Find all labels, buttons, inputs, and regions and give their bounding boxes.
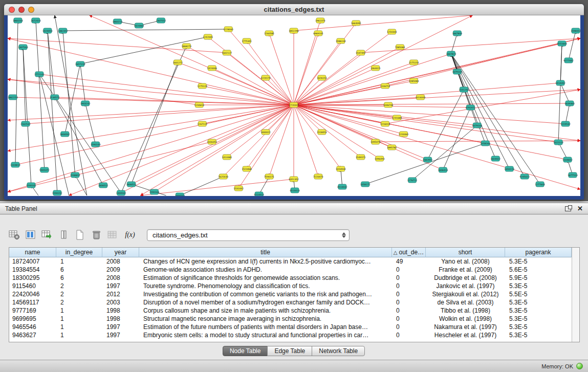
graph-node[interactable]: 1095479 — [371, 139, 381, 144]
float-panel-icon[interactable] — [565, 206, 571, 211]
graph-node[interactable]: 1538814 — [70, 172, 80, 178]
graph-node[interactable]: 1485083 — [409, 78, 419, 83]
zoom-window-icon[interactable] — [28, 7, 34, 13]
graph-node[interactable]: 2606522 — [126, 182, 137, 187]
graph-node[interactable]: 2672423 — [31, 18, 41, 23]
graph-node[interactable]: 1307544 — [18, 45, 28, 50]
table-row[interactable]: 977716911998Corpus callosum shape and si… — [9, 307, 572, 315]
graph-node[interactable]: 1650223 — [505, 166, 515, 171]
graph-node[interactable]: 6969105 — [313, 31, 323, 36]
graph-node[interactable]: 1677513 — [568, 172, 578, 178]
graph-node[interactable]: 2606502 — [60, 132, 70, 137]
tab-node-table[interactable]: Node Table — [223, 346, 268, 356]
graph-node[interactable]: 1228065 — [223, 27, 233, 32]
table-row[interactable]: 969969511998Structural magnetic resonanc… — [9, 315, 572, 323]
graph-node[interactable]: 4514423 — [290, 188, 300, 193]
graph-node[interactable]: 1103814 — [10, 162, 20, 167]
graph-node[interactable]: 1104652 — [562, 157, 573, 162]
graph-node[interactable]: 5905372 — [39, 167, 50, 172]
graph-node[interactable]: 1598052 — [571, 28, 580, 33]
graph-node[interactable]: 1523468 — [242, 166, 252, 171]
graph-node[interactable]: 1679102 — [452, 69, 463, 74]
graph-node[interactable]: 1639363 — [564, 101, 575, 106]
graph-node[interactable]: 1382352 — [58, 28, 68, 33]
graph-node[interactable]: 1444542 — [116, 190, 126, 195]
graph-node[interactable]: 9351352 — [289, 177, 299, 182]
graph-node[interactable]: 1267115 — [198, 121, 208, 126]
graph-node[interactable]: 1541243 — [459, 87, 469, 92]
graph-node[interactable]: 1036352 — [207, 139, 217, 144]
graph-node[interactable]: 1276712 — [407, 178, 418, 183]
column-header-title[interactable]: title — [139, 248, 392, 257]
graph-node[interactable]: 1590143 — [91, 142, 101, 147]
graph-node[interactable]: 1016043 — [416, 95, 426, 100]
graph-node[interactable]: 1667833 — [452, 31, 463, 36]
tab-edge-table[interactable]: Edge Table — [267, 346, 312, 356]
graph-node[interactable]: 1420046 — [207, 65, 217, 71]
graph-node[interactable]: 1154465 — [399, 132, 409, 137]
graph-node[interactable]: 7625433 — [219, 174, 229, 179]
table-row[interactable]: 1456911722003Disruption of a novel membe… — [9, 298, 572, 307]
table-row[interactable]: 911546021997Tourette syndrome. Phenomeno… — [9, 282, 572, 290]
graph-node[interactable]: 1551603 — [557, 41, 567, 46]
graph-node[interactable]: 1775341 — [242, 38, 252, 43]
graph-node[interactable]: 1549571 — [356, 155, 366, 160]
column-header-out_degree[interactable]: △out_de… — [392, 248, 426, 257]
graph-node[interactable]: 1604422 — [491, 156, 501, 161]
graph-node[interactable]: 1231684 — [392, 115, 402, 120]
graph-node[interactable]: 3220174 — [260, 75, 271, 80]
network-canvas[interactable]: 1724007104674612160141095479154957110549… — [8, 15, 580, 196]
graph-node[interactable]: 1058172 — [360, 182, 371, 187]
table-row[interactable]: 1830029562008Estimation of significance … — [9, 274, 572, 282]
graph-node[interactable]: 1242005 — [203, 34, 213, 39]
table-row[interactable]: 2242004622012Investigating the contribut… — [9, 290, 572, 298]
graph-node[interactable]: 1424463 — [134, 23, 144, 28]
graph-node[interactable]: 1868273 — [182, 43, 192, 49]
graph-node[interactable]: 1096493 — [375, 156, 385, 161]
graph-node[interactable]: 1530142 — [26, 183, 36, 188]
table-row[interactable]: 946554611997Estimation of the future num… — [9, 323, 572, 331]
graph-node[interactable]: 9277442 — [563, 58, 574, 63]
graph-node[interactable]: 1860203 — [13, 18, 23, 23]
graph-node[interactable]: 1961373 — [315, 18, 325, 23]
close-panel-icon[interactable]: ✕ — [577, 206, 583, 212]
graph-node[interactable]: 1590152 — [52, 190, 62, 195]
minimize-window-icon[interactable] — [18, 7, 25, 13]
graph-node[interactable]: 1830022 — [260, 129, 271, 135]
graph-node[interactable]: 2162532 — [20, 121, 31, 126]
graph-node[interactable]: 1414352 — [555, 80, 565, 85]
graph-node[interactable]: 1159532 — [560, 121, 571, 126]
export-table-button[interactable] — [40, 228, 54, 242]
network-graph[interactable]: 1724007104674612160141095479154957110549… — [8, 15, 580, 196]
graph-node[interactable]: 1046746 — [383, 102, 394, 107]
graph-node[interactable]: 1590163 — [149, 189, 160, 194]
graph-node[interactable]: 7220473 — [313, 174, 323, 179]
show-columns-button[interactable] — [24, 228, 37, 242]
graph-node[interactable]: 3079103 — [472, 123, 483, 128]
graph-node[interactable]: 1582952 — [423, 157, 433, 162]
graph-node[interactable]: 1277603 — [535, 182, 545, 187]
graph-node[interactable]: 1606413 — [438, 167, 448, 172]
graph-node[interactable]: 1424453 — [42, 28, 53, 33]
function-builder-button[interactable]: f(x) — [122, 228, 138, 242]
close-window-icon[interactable] — [9, 7, 15, 13]
graph-node[interactable]: 1194653 — [194, 102, 205, 107]
graph-node[interactable]: 1444553 — [175, 193, 185, 196]
column-header-short[interactable]: short — [426, 248, 505, 257]
graph-node[interactable]: 1531442 — [233, 186, 244, 191]
table-vertical-scrollbar[interactable] — [572, 248, 579, 342]
graph-node[interactable]: 1463025 — [371, 65, 381, 71]
graph-node[interactable]: 1724007 — [289, 102, 299, 107]
graph-node[interactable]: 2772142 — [34, 72, 45, 77]
graph-node[interactable]: 1664095 — [351, 20, 361, 26]
graph-node[interactable]: 2606512 — [98, 183, 108, 188]
graph-node[interactable]: 1307552 — [156, 18, 166, 23]
table-settings-button[interactable] — [7, 228, 21, 242]
graph-node[interactable]: 1852296 — [289, 28, 299, 33]
graph-node[interactable]: 1626153 — [317, 75, 327, 80]
graph-node[interactable]: 1602127 — [222, 50, 232, 55]
graph-node[interactable]: 1058163 — [481, 141, 491, 146]
graph-node[interactable]: 9245022 — [519, 174, 530, 179]
graph-node[interactable]: 1054934 — [336, 166, 346, 171]
graph-node[interactable]: 1575154 — [409, 60, 419, 65]
